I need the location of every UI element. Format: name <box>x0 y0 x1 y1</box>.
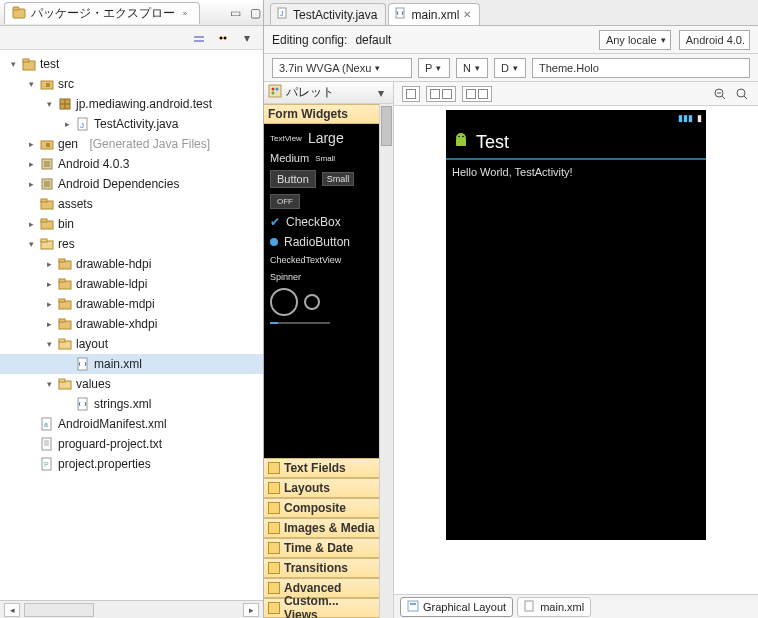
widget-large[interactable]: Large <box>308 130 344 146</box>
editor-tab-label: main.xml <box>411 8 459 22</box>
widget-small-button[interactable]: Small <box>322 172 355 186</box>
editor-tab-java[interactable]: J TestActivity.java <box>270 3 386 25</box>
widget-small[interactable]: Small <box>315 154 335 163</box>
widget-progress-small[interactable] <box>304 294 320 310</box>
tree-node-android-lib[interactable]: ▸ Android 4.0.3 <box>0 154 263 174</box>
widget-checkbox[interactable]: ✔ CheckBox <box>270 215 373 229</box>
drawer-label: Composite <box>284 501 346 515</box>
widget-spinner[interactable]: Spinner <box>270 272 373 282</box>
canvas-viewport[interactable]: ▮▮▮ ▮ Test Hello World, TestActivity! <box>394 106 758 594</box>
expand-icon[interactable]: ▸ <box>44 259 54 269</box>
editor-tab-xml[interactable]: main.xml ✕ <box>388 3 480 25</box>
palette-icon <box>268 84 282 101</box>
tree-node-properties[interactable]: P project.properties <box>0 454 263 474</box>
expand-icon[interactable]: ▾ <box>8 59 18 69</box>
widget-seekbar[interactable] <box>270 322 330 324</box>
orientation-combo[interactable]: P ▾ <box>418 58 450 78</box>
expand-icon[interactable]: ▸ <box>26 139 36 149</box>
scroll-thumb[interactable] <box>24 603 94 617</box>
tree-hscrollbar[interactable]: ◂ ▸ <box>0 600 263 618</box>
tree-node-bin[interactable]: ▸ bin <box>0 214 263 234</box>
tree-node-src[interactable]: ▾ src <box>0 74 263 94</box>
drawer-text-fields[interactable]: Text Fields <box>264 458 379 478</box>
align-group-2[interactable] <box>462 86 492 102</box>
expand-icon[interactable]: ▸ <box>26 179 36 189</box>
tree-node-drawable-hdpi[interactable]: ▸ drawable-hdpi <box>0 254 263 274</box>
toggle-clipping-button[interactable] <box>402 86 420 102</box>
tree-node-gen[interactable]: ▸ gen [Generated Java Files] <box>0 134 263 154</box>
widget-checkedtextview[interactable]: CheckedTextView <box>270 255 373 266</box>
tree-label: res <box>58 237 75 251</box>
drawer-form-widgets[interactable]: Form Widgets <box>264 104 379 124</box>
scroll-thumb[interactable] <box>381 106 392 146</box>
expand-icon[interactable]: ▾ <box>44 99 54 109</box>
close-icon[interactable]: ✕ <box>463 9 471 20</box>
tree-label: TestActivity.java <box>94 117 178 131</box>
expand-icon[interactable]: ▸ <box>26 159 36 169</box>
widget-radio[interactable]: RadioButton <box>270 235 373 249</box>
tree-node-android-deps[interactable]: ▸ Android Dependencies <box>0 174 263 194</box>
maximize-icon[interactable]: ▢ <box>247 5 263 21</box>
drawer-label: Time & Date <box>284 541 353 555</box>
theme-combo[interactable]: Theme.Holo <box>532 58 750 78</box>
widget-medium[interactable]: Medium <box>270 152 309 164</box>
zoom-out-icon[interactable] <box>712 86 728 102</box>
tree-node-layout[interactable]: ▾ layout <box>0 334 263 354</box>
tree-node-drawable-ldpi[interactable]: ▸ drawable-ldpi <box>0 274 263 294</box>
tab-label: main.xml <box>540 601 584 613</box>
tree-node-project[interactable]: ▾ test <box>0 54 263 74</box>
expand-icon[interactable]: ▸ <box>26 219 36 229</box>
locale-combo[interactable]: Any locale ▾ <box>599 30 671 50</box>
dock-combo[interactable]: D ▾ <box>494 58 526 78</box>
expand-icon[interactable]: ▸ <box>44 319 54 329</box>
tree-node-drawable-mdpi[interactable]: ▸ drawable-mdpi <box>0 294 263 314</box>
zoom-reset-icon[interactable] <box>734 86 750 102</box>
tree-node-package[interactable]: ▾ jp.mediawing.android.test <box>0 94 263 114</box>
widget-progress-large[interactable] <box>270 288 298 316</box>
nightmode-combo[interactable]: N ▾ <box>456 58 488 78</box>
palette-scrollbar[interactable] <box>379 104 393 618</box>
tree-node-res[interactable]: ▾ res <box>0 234 263 254</box>
drawer-images[interactable]: Images & Media <box>264 518 379 538</box>
expand-icon[interactable]: ▾ <box>26 79 36 89</box>
tree-node-proguard[interactable]: proguard-project.txt <box>0 434 263 454</box>
tree-node-manifest[interactable]: a AndroidManifest.xml <box>0 414 263 434</box>
widget-button[interactable]: Button <box>270 170 316 188</box>
minimize-icon[interactable]: ▭ <box>227 5 243 21</box>
drawer-transitions[interactable]: Transitions <box>264 558 379 578</box>
expand-icon[interactable]: ▾ <box>44 379 54 389</box>
platform-combo[interactable]: Android 4.0. <box>679 30 750 50</box>
tab-xml-source[interactable]: main.xml <box>517 597 591 617</box>
drawer-time[interactable]: Time & Date <box>264 538 379 558</box>
tree-node-drawable-xhdpi[interactable]: ▸ drawable-xhdpi <box>0 314 263 334</box>
svg-rect-5 <box>46 83 50 87</box>
folder-icon <box>268 522 280 534</box>
scroll-right-button[interactable]: ▸ <box>243 603 259 617</box>
widget-toggle-off[interactable]: OFF <box>270 194 300 209</box>
drawer-composite[interactable]: Composite <box>264 498 379 518</box>
align-group-1[interactable] <box>426 86 456 102</box>
scroll-left-button[interactable]: ◂ <box>4 603 20 617</box>
tree-node-values[interactable]: ▾ values <box>0 374 263 394</box>
tab-graphical-layout[interactable]: Graphical Layout <box>400 597 513 617</box>
tree-node-strings-xml[interactable]: strings.xml <box>0 394 263 414</box>
tree-node-assets[interactable]: assets <box>0 194 263 214</box>
expand-icon[interactable]: ▾ <box>44 339 54 349</box>
drawer-custom[interactable]: Custom... Views <box>264 598 379 618</box>
expand-icon[interactable]: ▾ <box>26 239 36 249</box>
tree-node-main-xml[interactable]: main.xml <box>0 354 263 374</box>
package-explorer-tab[interactable]: パッケージ・エクスプロー » <box>4 2 200 24</box>
expand-icon[interactable]: ▸ <box>44 279 54 289</box>
view-menu-icon[interactable]: ▾ <box>239 30 255 46</box>
link-editor-icon[interactable] <box>215 30 231 46</box>
collapse-all-icon[interactable] <box>191 30 207 46</box>
palette-menu-icon[interactable]: ▾ <box>373 85 389 101</box>
expand-icon[interactable]: ▸ <box>62 119 72 129</box>
status-bar: ▮▮▮ ▮ <box>446 110 706 126</box>
tree-node-java-file[interactable]: ▸ J TestActivity.java <box>0 114 263 134</box>
device-combo[interactable]: 3.7in WVGA (Nexu ▾ <box>272 58 412 78</box>
expand-icon[interactable]: ▸ <box>44 299 54 309</box>
project-tree[interactable]: ▾ test ▾ src ▾ jp.mediawing.android.test <box>0 50 263 600</box>
drawer-layouts[interactable]: Layouts <box>264 478 379 498</box>
widget-textview[interactable]: TextView <box>270 134 302 143</box>
